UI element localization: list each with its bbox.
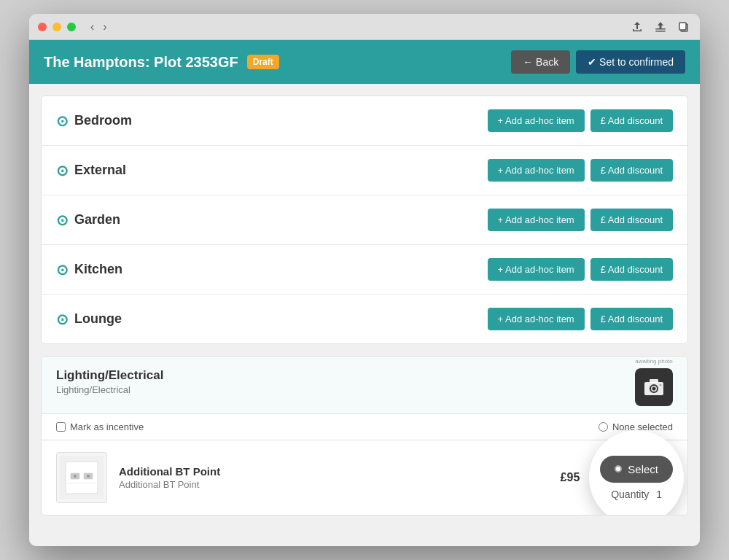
- quantity-row: Quantity 1: [611, 489, 662, 500]
- product-row-right: £95 Select Quantity 1: [561, 456, 673, 500]
- draft-badge: Draft: [247, 55, 279, 69]
- subsection-controls: Mark as incentive None selected: [42, 414, 687, 440]
- main-content: The Hamptons: Plot 2353GF Draft ← Back ✔…: [29, 40, 700, 546]
- section-actions-external: + Add ad-hoc item £ Add discount: [488, 159, 673, 182]
- discount-button-external[interactable]: £ Add discount: [590, 159, 673, 182]
- incentive-text: Mark as incentive: [70, 421, 144, 432]
- lounge-section: Lighting/Electrical Lighting/Electrical …: [41, 356, 688, 516]
- page-header: The Hamptons: Plot 2353GF Draft ← Back ✔…: [29, 40, 700, 84]
- camera-icon: [643, 378, 665, 397]
- incentive-checkbox[interactable]: [56, 422, 66, 432]
- section-label-garden: Garden: [74, 212, 120, 228]
- none-selected-text: None selected: [612, 421, 673, 432]
- section-icon-garden: ⊙: [56, 211, 69, 229]
- product-price: £95: [561, 471, 580, 484]
- section-name-lounge: ⊙ Lounge: [56, 311, 122, 328]
- svg-point-13: [74, 475, 77, 478]
- page-title: The Hamptons: Plot 2353GF: [44, 54, 238, 71]
- confirm-button[interactable]: ✔ Set to confirmed: [576, 50, 685, 74]
- titlebar: ‹ ›: [29, 14, 700, 40]
- section-icon-external: ⊙: [56, 162, 69, 179]
- discount-button-kitchen[interactable]: £ Add discount: [590, 258, 673, 281]
- close-button[interactable]: [38, 23, 47, 31]
- adhoc-button-lounge[interactable]: + Add ad-hoc item: [488, 308, 585, 330]
- subsection-top: Lighting/Electrical Lighting/Electrical …: [42, 357, 687, 414]
- section-label-bedroom: Bedroom: [74, 113, 132, 128]
- section-name-kitchen: ⊙ Kitchen: [56, 261, 122, 279]
- back-button[interactable]: ← Back: [511, 50, 570, 74]
- discount-button-lounge[interactable]: £ Add discount: [590, 308, 673, 330]
- minimize-button[interactable]: [52, 23, 61, 31]
- page-title-area: The Hamptons: Plot 2353GF Draft: [44, 54, 279, 71]
- section-row-bedroom: ⊙ Bedroom + Add ad-hoc item £ Add discou…: [42, 96, 687, 146]
- select-container: Select Quantity 1: [600, 456, 673, 500]
- svg-point-6: [652, 387, 656, 391]
- product-item: Additional BT Point Additional BT Point …: [42, 440, 687, 515]
- share-icon[interactable]: [630, 20, 644, 34]
- section-name-bedroom: ⊙ Bedroom: [56, 112, 132, 130]
- quantity-label: Quantity: [611, 489, 649, 500]
- subsection-subtitle: Lighting/Electrical: [56, 384, 163, 395]
- section-actions-bedroom: + Add ad-hoc item £ Add discount: [488, 109, 673, 132]
- adhoc-button-external[interactable]: + Add ad-hoc item: [488, 159, 585, 182]
- section-row-garden: ⊙ Garden + Add ad-hoc item £ Add discoun…: [42, 195, 687, 245]
- discount-button-bedroom[interactable]: £ Add discount: [590, 109, 673, 132]
- maximize-button[interactable]: [67, 23, 76, 31]
- section-icon-lounge: ⊙: [56, 311, 69, 328]
- section-actions-kitchen: + Add ad-hoc item £ Add discount: [488, 258, 673, 281]
- section-row-external: ⊙ External + Add ad-hoc item £ Add disco…: [42, 146, 687, 195]
- select-radio-indicator: [615, 465, 622, 472]
- section-row-kitchen: ⊙ Kitchen + Add ad-hoc item £ Add discou…: [42, 245, 687, 295]
- subsection-title-area: Lighting/Electrical Lighting/Electrical: [56, 368, 163, 395]
- product-image-svg: [60, 456, 104, 499]
- section-name-garden: ⊙ Garden: [56, 211, 120, 229]
- discount-button-garden[interactable]: £ Add discount: [590, 209, 673, 231]
- section-label-kitchen: Kitchen: [74, 262, 122, 277]
- section-label-external: External: [74, 163, 126, 178]
- section-label-lounge: Lounge: [74, 311, 122, 327]
- incentive-label[interactable]: Mark as incentive: [56, 421, 144, 432]
- subsection-title: Lighting/Electrical: [56, 368, 163, 383]
- section-actions-lounge: + Add ad-hoc item £ Add discount: [488, 308, 673, 330]
- subsection-camera-area: awaiting photo: [635, 368, 673, 406]
- app-window: ‹ ›: [29, 14, 700, 546]
- none-selected-radio[interactable]: [599, 422, 608, 432]
- awaiting-text: awaiting photo: [635, 358, 673, 365]
- adhoc-button-garden[interactable]: + Add ad-hoc item: [488, 209, 585, 231]
- svg-point-14: [87, 475, 90, 478]
- section-icon-bedroom: ⊙: [56, 112, 69, 130]
- sections-container: ⊙ Bedroom + Add ad-hoc item £ Add discou…: [41, 96, 688, 344]
- svg-rect-7: [650, 379, 658, 383]
- section-row-lounge: ⊙ Lounge + Add ad-hoc item £ Add discoun…: [42, 295, 687, 343]
- product-description: Additional BT Point: [119, 479, 549, 490]
- section-icon-kitchen: ⊙: [56, 261, 69, 279]
- product-image: [56, 452, 107, 503]
- product-info: Additional BT Point Additional BT Point: [119, 465, 549, 490]
- svg-point-8: [660, 384, 662, 386]
- upload-icon[interactable]: [653, 20, 668, 34]
- nav-controls: ‹ ›: [87, 20, 110, 34]
- header-actions: ← Back ✔ Set to confirmed: [511, 50, 685, 74]
- select-label: Select: [628, 463, 658, 475]
- product-name: Additional BT Point: [119, 465, 549, 478]
- section-name-external: ⊙ External: [56, 162, 126, 179]
- svg-rect-3: [679, 23, 686, 30]
- camera-icon-box[interactable]: awaiting photo: [635, 368, 673, 406]
- back-nav-button[interactable]: ‹: [87, 20, 97, 34]
- forward-nav-button[interactable]: ›: [100, 20, 109, 34]
- svg-rect-10: [66, 462, 98, 494]
- copy-icon[interactable]: [677, 20, 691, 34]
- adhoc-button-kitchen[interactable]: + Add ad-hoc item: [488, 258, 585, 281]
- none-selected-group: None selected: [599, 421, 673, 432]
- svg-rect-1: [655, 31, 666, 32]
- toolbar-icons: [630, 20, 691, 34]
- select-button[interactable]: Select: [600, 456, 673, 483]
- quantity-value: 1: [656, 489, 662, 500]
- adhoc-button-bedroom[interactable]: + Add ad-hoc item: [488, 109, 585, 132]
- section-actions-garden: + Add ad-hoc item £ Add discount: [488, 209, 673, 231]
